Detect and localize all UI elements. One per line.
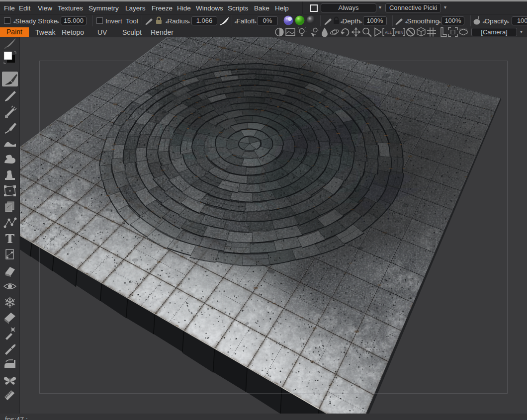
svg-text:ALL: ALL <box>385 30 392 35</box>
svg-text:PEN: PEN <box>395 30 404 35</box>
